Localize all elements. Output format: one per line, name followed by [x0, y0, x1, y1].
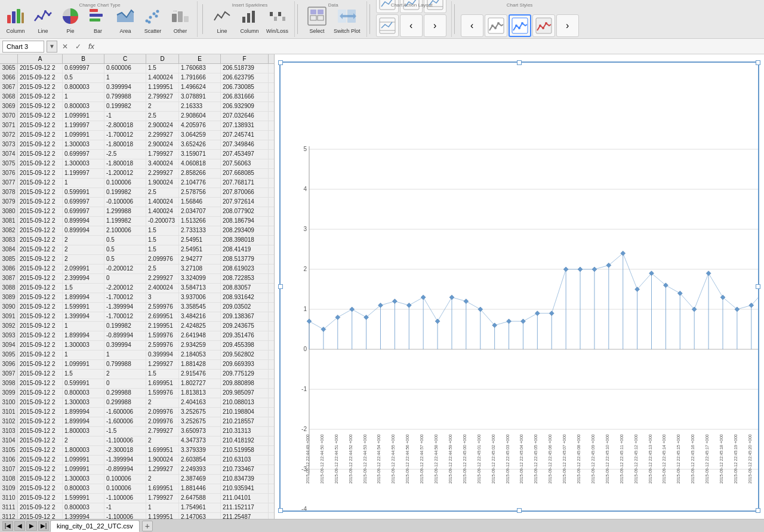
cell-a[interactable]: 2015-09-12 2	[18, 188, 63, 197]
cell-d[interactable]: 2	[146, 436, 179, 445]
chart-name-dropdown[interactable]: ▼	[47, 41, 57, 53]
cell-d[interactable]: 1.5	[146, 370, 179, 379]
cell-a[interactable]: 2015-09-12 2	[18, 265, 63, 273]
table-row[interactable]: 3109 2015-09-12 2 0.800003 0.100006 1.69…	[0, 484, 274, 494]
cell-d[interactable]: 2.799927	[146, 93, 179, 102]
cell-a[interactable]: 2015-09-12 2	[18, 370, 63, 379]
table-row[interactable]: 3103 2015-09-12 2 1.800003 -1.5 2.799927…	[0, 427, 274, 436]
cell-c[interactable]: -1.700012	[104, 293, 146, 302]
cell-a[interactable]: 2015-09-12 2	[18, 360, 63, 369]
cell-e[interactable]: 3.252675	[179, 408, 221, 417]
cell-b[interactable]: 0.599991	[63, 379, 104, 388]
cell-e[interactable]: 2.424825	[179, 322, 221, 331]
col-header-d[interactable]: D	[146, 54, 179, 63]
cell-a[interactable]: 2015-09-12 2	[18, 159, 63, 168]
cell-c[interactable]: -0.899994	[104, 331, 146, 340]
style-preset-3[interactable]	[532, 14, 555, 37]
cell-d[interactable]: 2.400024	[146, 284, 179, 293]
cell-e[interactable]: 1.881428	[179, 360, 221, 369]
cell-e[interactable]: 3.159071	[179, 150, 221, 159]
table-row[interactable]: 3097 2015-09-12 2 1.5 2 1.5 2.915476 209…	[0, 370, 274, 379]
cell-f[interactable]: 207.972614	[221, 198, 269, 207]
cell-b[interactable]: 0.5	[63, 73, 104, 82]
cell-a[interactable]: 2015-09-12 2	[18, 207, 63, 216]
cell-a[interactable]: 2015-09-12 2	[18, 303, 63, 312]
resize-handle-br[interactable]	[756, 508, 760, 513]
cell-f[interactable]: 207.032646	[221, 112, 269, 121]
cell-a[interactable]: 2015-09-12 2	[18, 112, 63, 121]
cell-f[interactable]: 209.243675	[221, 322, 269, 331]
resize-handle-tr[interactable]	[756, 60, 760, 65]
cell-a[interactable]: 2015-09-12 2	[18, 475, 63, 484]
cell-e[interactable]: 1.56846	[179, 198, 221, 207]
cell-a[interactable]: 2015-09-12 2	[18, 217, 63, 226]
cell-a[interactable]: 2015-09-12 2	[18, 398, 63, 407]
cell-f[interactable]: 208.83057	[221, 284, 269, 293]
table-row[interactable]: 3069 2015-09-12 2 0.800003 0.199982 2 2.…	[0, 102, 274, 112]
cell-f[interactable]: 209.985097	[221, 389, 269, 398]
cell-f[interactable]: 209.455398	[221, 341, 269, 350]
cell-f[interactable]: 210.834739	[221, 475, 269, 484]
toolbar-select-btn[interactable]: Select	[304, 2, 330, 37]
cancel-edit-btn[interactable]: ✕	[60, 41, 70, 53]
cell-e[interactable]: 2.147063	[179, 513, 221, 519]
cell-d[interactable]: 2.099976	[146, 408, 179, 417]
cell-b[interactable]: 1.099991	[63, 360, 104, 369]
tab-nav-next[interactable]: ▶	[26, 521, 37, 531]
cell-a[interactable]: 2015-09-12 2	[18, 293, 63, 302]
cell-d[interactable]: 2.699951	[146, 312, 179, 321]
cell-f[interactable]: 207.668085	[221, 169, 269, 178]
confirm-edit-btn[interactable]: ✓	[73, 41, 84, 53]
cell-e[interactable]: 1.813813	[179, 389, 221, 398]
cell-c[interactable]: -1.200012	[104, 169, 146, 178]
cell-b[interactable]: 1.099991	[63, 112, 104, 121]
cell-f[interactable]: 208.722853	[221, 274, 269, 283]
cell-f[interactable]: 208.619023	[221, 265, 269, 273]
chart-container[interactable]: 5 4 3 2 1 0 -1 -2 -3 -4 -5	[279, 61, 759, 512]
cell-c[interactable]: 0.399994	[104, 341, 146, 350]
col-header-c[interactable]: C	[104, 54, 146, 63]
cell-f[interactable]: 206.932909	[221, 102, 269, 111]
toolbar-sparkline-line[interactable]: Line	[209, 2, 235, 37]
cell-a[interactable]: 2015-09-12 2	[18, 312, 63, 321]
table-row[interactable]: 3094 2015-09-12 2 1.300003 0.399994 2.59…	[0, 341, 274, 350]
cell-c[interactable]: 2	[104, 370, 146, 379]
cell-e[interactable]: 2.249393	[179, 465, 221, 474]
style-preset-1[interactable]	[485, 14, 507, 37]
cell-f[interactable]: 208.398018	[221, 236, 269, 245]
cell-d[interactable]: 2.599976	[146, 341, 179, 350]
cell-b[interactable]: 1.300003	[63, 398, 104, 407]
cell-c[interactable]: -1.100006	[104, 513, 146, 519]
cell-c[interactable]: -1.399994	[104, 456, 146, 465]
cell-b[interactable]: 0.800003	[63, 484, 104, 493]
cell-c[interactable]: -1.5	[104, 427, 146, 436]
style-preset-2[interactable]	[509, 14, 531, 37]
cell-d[interactable]: 2.5	[146, 112, 179, 121]
cell-d[interactable]: 2.299927	[146, 169, 179, 178]
cell-d[interactable]: 1.900024	[146, 456, 179, 465]
table-row[interactable]: 3093 2015-09-12 2 1.899994 -0.899994 1.5…	[0, 331, 274, 341]
cell-d[interactable]: 2.199951	[146, 322, 179, 331]
cell-e[interactable]: 2.404163	[179, 398, 221, 407]
table-row[interactable]: 3079 2015-09-12 2 0.699997 -0.100006 1.4…	[0, 198, 274, 207]
toolbar-line-chart[interactable]: Line	[30, 2, 56, 37]
cell-a[interactable]: 2015-09-12 2	[18, 513, 63, 519]
cell-e[interactable]: 2.908604	[179, 112, 221, 121]
cell-f[interactable]: 209.03502	[221, 303, 269, 312]
cell-e[interactable]: 3.324099	[179, 274, 221, 283]
cell-c[interactable]: -1.600006	[104, 408, 146, 417]
cell-c[interactable]: 0.299988	[104, 398, 146, 407]
cell-e[interactable]: 2.54951	[179, 236, 221, 245]
cell-b[interactable]: 2.399994	[63, 274, 104, 283]
cell-a[interactable]: 2015-09-12 2	[18, 255, 63, 264]
cell-c[interactable]: 0.799988	[104, 93, 146, 102]
cell-f[interactable]: 210.935941	[221, 484, 269, 493]
cell-f[interactable]: 211.04101	[221, 494, 269, 503]
cell-e[interactable]: 2.54951	[179, 245, 221, 254]
cell-b[interactable]: 1	[63, 322, 104, 331]
cell-d[interactable]: 2.299927	[146, 274, 179, 283]
cell-e[interactable]: 3.650973	[179, 427, 221, 436]
cell-a[interactable]: 2015-09-12 2	[18, 83, 63, 92]
cell-f[interactable]: 209.880898	[221, 379, 269, 388]
cell-f[interactable]: 210.418192	[221, 436, 269, 445]
